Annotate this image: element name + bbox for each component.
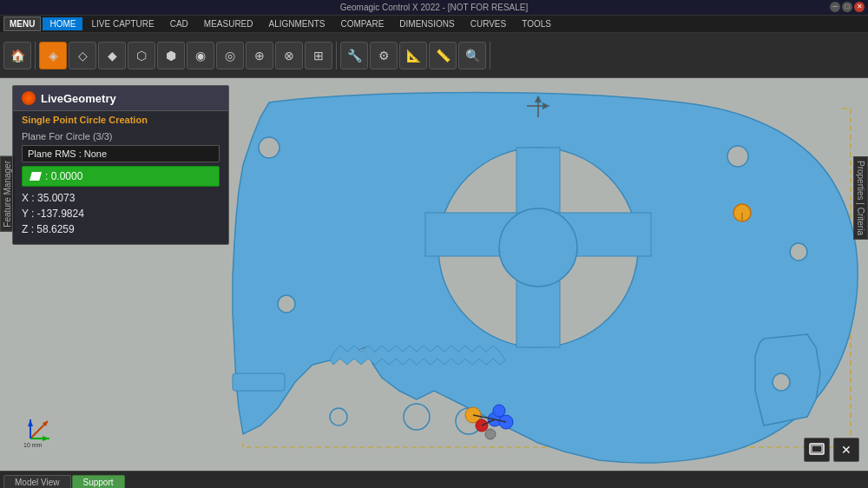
toolbar-view2-btn[interactable]: ◇ (69, 42, 96, 69)
toolbar-home-btn[interactable]: 🏠 (3, 42, 31, 69)
toolbar-view1-btn[interactable]: ◈ (39, 42, 67, 69)
toolbar-view3-btn[interactable]: ◆ (98, 42, 126, 69)
toolbar-group-home: 🏠 (3, 42, 36, 69)
properties-tab[interactable]: Properties | Criteria (853, 156, 868, 240)
svg-rect-38 (812, 445, 822, 452)
maximize-btn[interactable]: □ (842, 2, 852, 12)
toolbar-view10-btn[interactable]: ⊞ (305, 42, 332, 69)
toolbar: 🏠 ◈ ◇ ◆ ⬡ ⬢ ◉ ◎ ⊕ ⊗ ⊞ 🔧 ⚙ 📐 📏 🔍 (0, 33, 868, 78)
viewport-controls: ✕ (804, 438, 859, 462)
y-coordinate: Y : -137.9824 (13, 206, 228, 221)
x-coordinate: X : 35.0073 (13, 190, 228, 206)
toolbar-view9-btn[interactable]: ⊗ (275, 42, 303, 69)
toolbar-tool4-btn[interactable]: 📏 (429, 42, 457, 69)
value-bar: : 0.0000 (22, 166, 220, 187)
viewport-screen-btn[interactable] (804, 438, 830, 462)
svg-point-10 (773, 373, 790, 391)
toolbar-tool5-btn[interactable]: 🔍 (458, 42, 486, 69)
value-display: : 0.0000 (45, 170, 82, 182)
menu-cad[interactable]: CAD (163, 17, 195, 30)
window-controls[interactable]: ─ □ ✕ (830, 2, 865, 12)
menu-alignments[interactable]: ALIGNMENTS (262, 17, 332, 30)
bottombar: Model View Support Tabular View (Auto) R… (0, 471, 868, 488)
viewport-close-btn[interactable]: ✕ (833, 438, 859, 462)
menu-measured[interactable]: MEASURED (197, 17, 260, 30)
toolbar-view4-btn[interactable]: ⬡ (128, 42, 155, 69)
toolbar-view8-btn[interactable]: ⊕ (246, 42, 273, 69)
toolbar-view5-btn[interactable]: ⬢ (157, 42, 185, 69)
menu-curves[interactable]: CURVES (464, 17, 514, 30)
single-point-label: Single Point Circle Creation (13, 111, 228, 129)
live-geometry-header: LiveGeometry (13, 86, 228, 111)
svg-point-23 (485, 429, 496, 439)
toolbar-tool3-btn[interactable]: 📐 (399, 42, 427, 69)
feature-type-label: Single Point Circle Creation (22, 115, 148, 125)
minimize-btn[interactable]: ─ (830, 2, 840, 12)
viewport[interactable]: Feature Manager Properties | Criteria (0, 78, 868, 471)
svg-point-13 (404, 404, 430, 430)
svg-point-11 (330, 408, 347, 425)
toolbar-tool1-btn[interactable]: 🔧 (340, 42, 368, 69)
svg-point-9 (790, 243, 807, 260)
svg-point-12 (278, 295, 295, 313)
plane-label: Plane For Circle (3/3) (13, 129, 228, 143)
svg-point-7 (259, 137, 279, 158)
live-geometry-panel: LiveGeometry Single Point Circle Creatio… (12, 85, 229, 245)
menu-home[interactable]: HOME (43, 17, 82, 30)
svg-rect-6 (233, 373, 285, 391)
titlebar: Geomagic Control X 2022 - [NOT FOR RESAL… (0, 0, 868, 16)
tabs-row: Model View Support (0, 472, 868, 488)
app-title: Geomagic Control X 2022 - [NOT FOR RESAL… (340, 3, 529, 12)
menu-tools[interactable]: TOOLS (515, 17, 558, 30)
parallelogram-icon (30, 172, 42, 181)
menu-live-capture[interactable]: LIVE CAPTURE (84, 17, 161, 30)
menubar: MENU HOME LIVE CAPTURE CAD MEASURED ALIG… (0, 16, 868, 33)
live-geometry-icon (22, 91, 36, 105)
svg-text:10 mm: 10 mm (23, 442, 43, 448)
svg-point-5 (499, 208, 577, 287)
menu-compare[interactable]: COMPARE (334, 17, 391, 30)
tab-support[interactable]: Support (72, 475, 125, 489)
tab-model-view[interactable]: Model View (3, 475, 71, 489)
menu-dimensions[interactable]: DIMENSIONS (392, 17, 461, 30)
toolbar-view7-btn[interactable]: ◎ (216, 42, 244, 69)
live-geometry-title: LiveGeometry (41, 92, 116, 105)
toolbar-view6-btn[interactable]: ◉ (187, 42, 214, 69)
toolbar-group-tools: 🔧 ⚙ 📐 📏 🔍 (340, 42, 490, 69)
plane-rms-field[interactable]: Plane RMS : None (22, 145, 220, 162)
menu-label[interactable]: MENU (3, 16, 41, 31)
toolbar-tool2-btn[interactable]: ⚙ (370, 42, 398, 69)
z-coordinate: Z : 58.6259 (13, 221, 228, 237)
toolbar-group-view: ◈ ◇ ◆ ⬡ ⬢ ◉ ◎ ⊕ ⊗ ⊞ (39, 42, 337, 69)
svg-point-8 (727, 146, 748, 167)
svg-point-26 (493, 405, 505, 417)
close-btn[interactable]: ✕ (854, 2, 865, 12)
